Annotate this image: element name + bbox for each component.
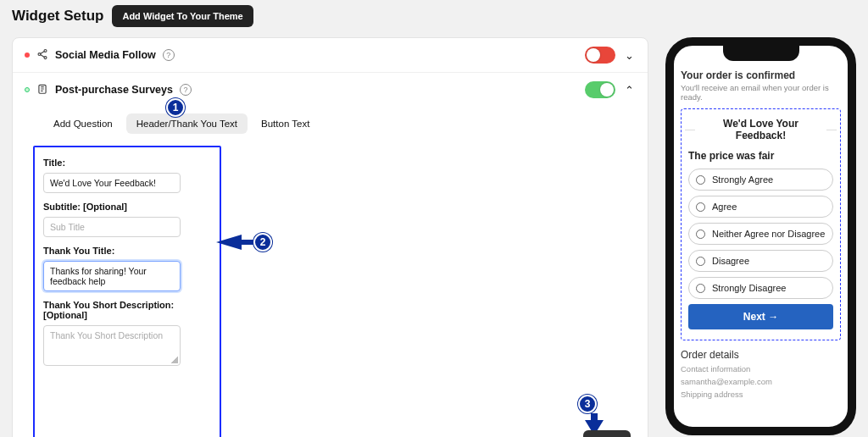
shipping-label: Shipping address [681, 390, 841, 399]
chevron-up-icon[interactable]: ⌃ [622, 84, 636, 97]
order-confirmed-sub: You'll receive an email when your order … [681, 83, 841, 102]
thank-title-input[interactable]: Thanks for sharing! Your feedback help [43, 261, 181, 291]
order-details-header: Order details [681, 349, 841, 361]
help-icon[interactable]: ? [163, 49, 175, 61]
toggle-survey[interactable] [585, 81, 615, 98]
subtitle-input[interactable]: Sub Title [43, 217, 181, 237]
section-post-purchase[interactable]: Post-purchase Surveys ? ⌃ [13, 73, 648, 107]
chevron-down-icon[interactable]: ⌄ [622, 49, 636, 62]
next-button[interactable]: Next → [688, 304, 833, 329]
survey-option[interactable]: Strongly Disagree [688, 277, 833, 299]
thank-title-label: Thank You Title: [43, 246, 211, 256]
radio-icon [696, 284, 705, 293]
annotation-badge-2: 2 [253, 233, 272, 252]
contact-email: samantha@example.com [681, 377, 841, 386]
thank-desc-label: Thank You Short Description: [Optional] [43, 300, 211, 320]
annotation-badge-1: 1 [166, 98, 185, 117]
radio-icon [696, 202, 705, 212]
survey-option[interactable]: Agree [688, 196, 833, 218]
status-dot-icon [25, 53, 30, 58]
tab-add-question[interactable]: Add Question [43, 113, 123, 134]
annotation-arrow-2 [216, 232, 259, 252]
phone-preview: Your order is confirmed You'll receive a… [665, 37, 856, 435]
section-title: Social Media Follow [55, 49, 156, 61]
option-label: Strongly Disagree [712, 283, 786, 293]
tab-header-thank-you[interactable]: Header/Thank You Text [126, 113, 248, 134]
survey-preview-question: The price was fair [688, 150, 833, 162]
survey-tabs: Add Question Header/Thank You Text Butto… [43, 113, 636, 134]
save-button[interactable]: Save [583, 430, 631, 437]
radio-icon [696, 175, 705, 185]
add-widget-theme-button[interactable]: Add Widget To Your Theme [112, 5, 253, 27]
page-title: Widget Setup [12, 8, 103, 25]
survey-preview-box: We'd Love Your Feedback! The price was f… [681, 108, 841, 340]
section-title: Post-purchase Surveys [55, 84, 173, 96]
section-social-media[interactable]: Social Media Follow ? ⌄ [13, 38, 648, 73]
survey-option[interactable]: Neither Agree nor Disagree [688, 223, 833, 245]
annotation-badge-3: 3 [578, 395, 597, 413]
subtitle-label: Subtitle: [Optional] [43, 202, 211, 212]
radio-icon [696, 257, 705, 266]
survey-option[interactable]: Disagree [688, 250, 833, 272]
thank-desc-textarea[interactable]: Thank You Short Description [43, 325, 181, 366]
svg-marker-4 [216, 235, 254, 250]
toggle-social[interactable] [585, 47, 615, 64]
help-icon[interactable]: ? [180, 84, 192, 96]
title-label: Title: [43, 158, 211, 168]
contact-info-label: Contact information [681, 364, 841, 373]
order-details: Order details Contact information samant… [681, 349, 841, 399]
order-confirmed-title: Your order is confirmed [681, 69, 841, 81]
survey-preview-title: We'd Love Your Feedback! [697, 118, 825, 141]
title-input[interactable]: We'd Love Your Feedback! [43, 173, 181, 193]
option-label: Neither Agree nor Disagree [712, 229, 825, 239]
tab-button-text[interactable]: Button Text [251, 113, 320, 134]
option-label: Disagree [712, 256, 749, 266]
option-label: Agree [712, 202, 737, 212]
status-dot-icon [25, 87, 30, 92]
radio-icon [696, 230, 705, 239]
phone-notch [723, 46, 799, 61]
share-icon [36, 48, 48, 63]
survey-icon [36, 83, 48, 97]
survey-option[interactable]: Strongly Agree [688, 169, 833, 191]
option-label: Strongly Agree [712, 174, 773, 185]
header-text-form: Title: We'd Love Your Feedback! Subtitle… [33, 146, 221, 437]
